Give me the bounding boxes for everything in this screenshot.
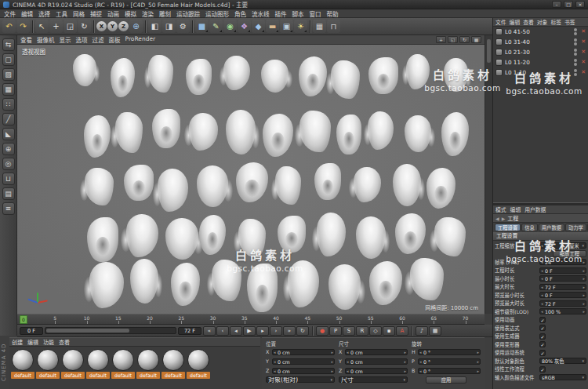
viewport-scrollbar-thumb[interactable]: [487, 39, 491, 63]
material-item[interactable]: default: [11, 349, 34, 379]
hair-model[interactable]: [171, 263, 200, 306]
viewport-menu-4[interactable]: 过滤: [93, 35, 104, 44]
timeline-scrollbar-thumb[interactable]: [46, 329, 129, 333]
workplane-mode-icon[interactable]: ▦: [2, 83, 15, 96]
end-frame-field[interactable]: 72 F: [178, 327, 201, 335]
loop-button[interactable]: ↻: [296, 326, 309, 336]
scale-project-button[interactable]: 缩放工程: [553, 250, 586, 257]
enable-axis-icon[interactable]: ⊕: [2, 143, 15, 155]
snap-enable-icon[interactable]: ⊔: [2, 173, 15, 185]
viewport-canvas[interactable]: 透视视图 网格间距: 10000 cm: [17, 45, 485, 314]
add-generator-icon[interactable]: ◉: [223, 20, 237, 33]
material-menu-3[interactable]: 查看: [59, 338, 70, 346]
object-name[interactable]: L0 41-50: [505, 28, 530, 35]
material-menu-1[interactable]: 编辑: [27, 338, 38, 346]
hair-model[interactable]: [314, 163, 341, 200]
render-view-icon[interactable]: ◧: [148, 20, 162, 33]
zoom-view-icon[interactable]: ◱: [448, 36, 458, 43]
render-tag-icon[interactable]: ✕: [581, 28, 586, 35]
attribute-tab-2[interactable]: 用户数据: [539, 224, 564, 231]
hair-model[interactable]: [410, 258, 444, 300]
object-name[interactable]: L0 11-20: [505, 59, 530, 66]
hair-model[interactable]: [130, 259, 158, 304]
key-parameter-button[interactable]: ◇: [369, 326, 382, 336]
menu-item-16[interactable]: 窗口: [310, 9, 321, 18]
record-keyframe-button[interactable]: ●: [316, 326, 328, 336]
preview-min-time-field[interactable]: 0 F: [539, 292, 586, 298]
quantize-icon[interactable]: ▤: [2, 187, 15, 200]
sound-toggle-icon[interactable]: ♪: [416, 326, 428, 336]
om-menu-1[interactable]: 编辑: [510, 18, 521, 26]
material-name[interactable]: default: [11, 372, 34, 379]
hair-model[interactable]: [369, 261, 402, 305]
polygons-mode-icon[interactable]: ◣: [2, 128, 15, 140]
visibility-dots[interactable]: [574, 38, 577, 45]
y-axis-lock-icon[interactable]: Y: [107, 21, 118, 31]
hair-model[interactable]: [158, 169, 188, 212]
attribute-tab-3[interactable]: 动力学: [565, 224, 586, 231]
hair-model[interactable]: [247, 264, 278, 312]
x-axis-lock-icon[interactable]: X: [96, 21, 107, 31]
autokey-button[interactable]: A: [396, 326, 408, 336]
hair-model[interactable]: [299, 111, 331, 152]
visibility-dots[interactable]: [574, 28, 577, 35]
pan-view-icon[interactable]: +: [436, 36, 446, 43]
menu-item-0[interactable]: 文件: [4, 9, 16, 18]
redo-icon[interactable]: ↷: [16, 20, 30, 33]
menu-item-15[interactable]: 脚本: [292, 9, 304, 18]
visibility-dots[interactable]: [574, 69, 577, 76]
edges-mode-icon[interactable]: ╱: [2, 113, 15, 125]
hair-model[interactable]: [236, 162, 268, 202]
menu-item-11[interactable]: 运动图形: [205, 9, 229, 18]
hair-model[interactable]: [226, 110, 256, 155]
hair-model[interactable]: [148, 55, 173, 93]
hair-model[interactable]: [393, 164, 421, 206]
menu-item-13[interactable]: 流水线: [252, 9, 270, 18]
key-pla-button[interactable]: ▪: [383, 326, 395, 336]
history-forward-icon[interactable]: ▶: [502, 216, 506, 221]
size-mode-select[interactable]: 尺寸▾: [339, 376, 408, 383]
maximize-button[interactable]: □: [564, 1, 573, 8]
hair-model[interactable]: [87, 217, 118, 262]
menu-item-14[interactable]: 插件: [275, 9, 287, 18]
project-time-field[interactable]: 0 F: [539, 267, 586, 274]
hair-model[interactable]: [238, 219, 266, 257]
hair-model[interactable]: [395, 213, 426, 254]
viewport-menu-1[interactable]: 摄像机: [37, 35, 55, 44]
hair-model[interactable]: [197, 165, 228, 207]
hair-model[interactable]: [368, 111, 394, 150]
use-generators-checkbox[interactable]: ✓: [539, 333, 546, 340]
material-item[interactable]: default: [61, 349, 85, 379]
hair-model[interactable]: [223, 56, 250, 90]
coord-pos-x-field[interactable]: 0 cm: [272, 349, 335, 355]
hair-model[interactable]: [405, 115, 431, 152]
hair-model[interactable]: [328, 264, 361, 310]
prev-key-button[interactable]: ‹: [216, 326, 229, 336]
coord-size-x-field[interactable]: 0 cm: [345, 349, 408, 355]
om-menu-0[interactable]: 文件: [495, 18, 506, 26]
next-key-button[interactable]: ›: [270, 326, 282, 336]
use-deformers-checkbox[interactable]: ✓: [539, 341, 546, 347]
project-scale-field[interactable]: 1: [539, 242, 565, 249]
menu-item-12[interactable]: 角色: [234, 9, 246, 18]
material-preview-sphere[interactable]: [12, 349, 34, 371]
preview-max-time-field[interactable]: 72 F: [539, 300, 586, 307]
am-menu-0[interactable]: 模式: [495, 205, 506, 213]
apply-button[interactable]: 应用: [426, 376, 467, 384]
minimize-button[interactable]: –: [552, 1, 561, 8]
material-name[interactable]: default: [36, 372, 60, 379]
add-cube-icon[interactable]: ■: [195, 20, 209, 33]
make-editable-icon[interactable]: ⇆: [2, 38, 15, 51]
add-mograph-icon[interactable]: ◆: [252, 20, 265, 33]
hair-model[interactable]: [406, 54, 430, 89]
points-mode-icon[interactable]: ∷: [2, 98, 15, 111]
object-row[interactable]: L0 21-30✕: [493, 47, 588, 57]
hair-model[interactable]: [278, 216, 306, 253]
key-scale-button[interactable]: S: [343, 326, 355, 336]
hair-model[interactable]: [317, 213, 346, 256]
key-position-button[interactable]: P: [329, 326, 342, 336]
prev-frame-button[interactable]: ◂: [230, 326, 242, 336]
object-name[interactable]: L0 31-40: [505, 38, 530, 45]
material-item[interactable]: default: [36, 349, 60, 379]
menu-item-5[interactable]: 捕捉: [90, 9, 102, 18]
